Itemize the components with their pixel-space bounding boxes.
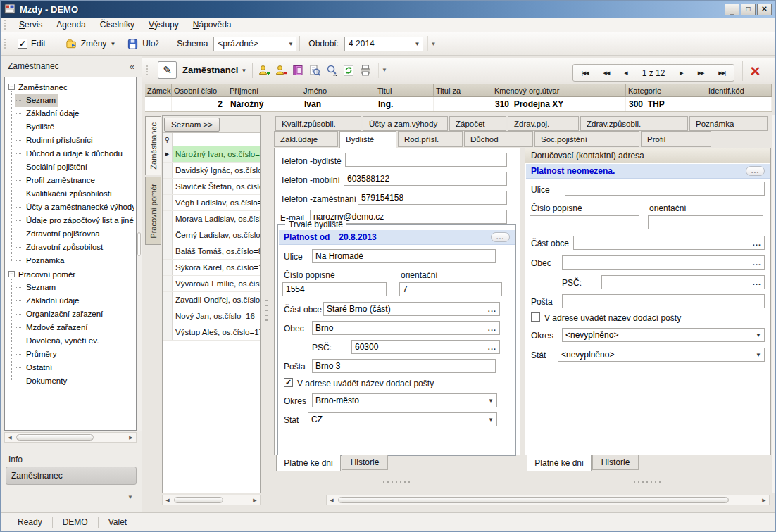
phone-mobile-field[interactable]: [344, 172, 507, 186]
tree-item[interactable]: Dokumenty: [15, 374, 134, 388]
list-horizontal-scrollbar[interactable]: ◀ ▶: [162, 495, 261, 505]
detail-tab[interactable]: Zdrav.způsobil.: [580, 116, 688, 131]
employee-row[interactable]: Végh Ladislav, os.číslo=5: [163, 195, 260, 211]
close-view-button[interactable]: ✕: [742, 61, 768, 81]
zip-lookup[interactable]: ...: [601, 275, 765, 289]
tab-valid-to-date[interactable]: Platné ke dni: [276, 455, 341, 471]
phone-home-field[interactable]: [345, 153, 507, 167]
vertical-tab-employment[interactable]: Pracovní poměr: [145, 177, 161, 245]
edit-checkbox[interactable]: ✓: [18, 39, 27, 49]
grid-cell[interactable]: 300 THP: [626, 97, 706, 111]
region-dropdown[interactable]: <nevyplněno> ▼: [562, 328, 765, 342]
menu-item[interactable]: Číselníky: [93, 18, 142, 32]
grid-column-header[interactable]: Kmenový org.útvar: [492, 84, 626, 96]
tree-item[interactable]: Ostatní: [15, 361, 134, 374]
lookup-ellipsis-icon[interactable]: ...: [488, 307, 496, 311]
collapse-box-icon[interactable]: −: [8, 84, 15, 90]
orientation-number-field[interactable]: [399, 282, 502, 296]
region-dropdown[interactable]: Brno-město ▼: [312, 393, 497, 407]
toolbar-grip[interactable]: [4, 20, 6, 30]
scrollbar-thumb[interactable]: [16, 434, 94, 441]
tree-item[interactable]: Kvalifikační způsobilosti: [15, 187, 134, 201]
changes-button[interactable]: Změny ▼: [60, 38, 122, 50]
lookup-ellipsis-icon[interactable]: ...: [488, 326, 496, 330]
tree-item[interactable]: Seznam: [15, 281, 134, 294]
grid-cell[interactable]: 2: [172, 97, 227, 111]
detail-tab[interactable]: Důchod: [464, 131, 533, 147]
tree-item[interactable]: Údaje pro zápočtový list a jiné: [15, 214, 134, 227]
tree-item[interactable]: Dovolená, vynětí ev.: [15, 334, 134, 348]
grid-cell[interactable]: 310 Prodejna XY: [492, 97, 626, 111]
employee-row[interactable]: Nový Jan, os.číslo=16: [163, 308, 260, 324]
house-number-field[interactable]: [282, 282, 387, 296]
tree-item[interactable]: Průměry: [15, 348, 134, 361]
detail-tab[interactable]: Profil: [641, 131, 711, 147]
country-dropdown[interactable]: <nevyplněno> ▼: [558, 348, 765, 362]
grid-cell[interactable]: Ivan: [301, 97, 375, 111]
nav-next-button[interactable]: ▶: [680, 70, 682, 76]
street-field[interactable]: [565, 182, 765, 196]
scrollbar-thumb[interactable]: [174, 497, 223, 503]
toolbar-overflow-button[interactable]: ▼: [427, 36, 439, 51]
form-horizontal-scrollbar[interactable]: ◀ ▶: [326, 495, 770, 505]
detail-tab[interactable]: Zákl.údaje: [274, 131, 338, 147]
scrollbar-thumb[interactable]: [338, 497, 729, 503]
tree-root-employee[interactable]: − Zaměstnanec: [6, 80, 134, 94]
lookup-ellipsis-icon[interactable]: ...: [753, 260, 761, 265]
menu-item[interactable]: Agenda: [49, 18, 92, 32]
detail-tab[interactable]: Zápočet: [449, 116, 506, 131]
splitter-handle[interactable]: [383, 481, 411, 483]
toolbar-grip[interactable]: [146, 65, 148, 75]
edit-record-button[interactable]: ✎: [158, 61, 177, 79]
district-lookup[interactable]: ...: [573, 236, 765, 250]
detail-tab[interactable]: Soc.pojištění: [534, 131, 639, 147]
tree-item[interactable]: Základní údaje: [15, 107, 134, 120]
delivery-name-checkbox[interactable]: ✓: [284, 378, 293, 387]
tree-item[interactable]: Organizační zařazení: [15, 308, 134, 321]
tree-item[interactable]: Zdravotní způsobilost: [15, 241, 134, 254]
tree-item[interactable]: Sociální pojištění: [15, 160, 134, 174]
grid-column-header[interactable]: Titul: [375, 84, 434, 96]
nav-prev-page-button[interactable]: ◀◀: [603, 70, 610, 76]
detail-tab[interactable]: Bydliště: [339, 131, 396, 148]
scrollbar-thumb[interactable]: [137, 232, 141, 256]
tree-vertical-scrollbar[interactable]: [137, 77, 142, 431]
nav-last-button[interactable]: ▶▶|: [718, 70, 725, 76]
phone-work-field[interactable]: [358, 191, 507, 205]
validity-ellipsis-button[interactable]: ...: [491, 232, 510, 242]
post-field[interactable]: [312, 359, 496, 373]
lookup-ellipsis-icon[interactable]: ...: [753, 241, 761, 245]
entity-menu[interactable]: Zaměstnanci: [182, 65, 238, 75]
nav-next-page-button[interactable]: ▶▶: [698, 70, 704, 76]
tree-item[interactable]: Poznámka: [15, 254, 134, 267]
employee-row[interactable]: Baláš Tomáš, os.číslo=8: [163, 243, 260, 260]
employee-row[interactable]: Zavadil Ondřej, os.číslo=1: [163, 292, 260, 308]
scroll-left-icon[interactable]: ◀: [5, 435, 15, 441]
employee-row[interactable]: Davidský Ignác, os.číslo=3: [163, 163, 260, 179]
tree-horizontal-scrollbar[interactable]: ◀ ▶: [4, 432, 137, 443]
grid-column-header[interactable]: Příjmení: [227, 84, 301, 96]
menu-item[interactable]: Nápověda: [186, 18, 239, 32]
district-lookup[interactable]: Staré Brno (část) ...: [323, 302, 500, 316]
employee-row[interactable]: Slavíček Štefan, os.číslo=4: [163, 179, 260, 195]
employee-row[interactable]: Černý Ladislav, os.číslo=7: [163, 227, 260, 243]
grid-column-header[interactable]: Titul za: [434, 84, 492, 96]
detail-tab[interactable]: Rod.přísl.: [398, 131, 463, 147]
print-button[interactable]: [357, 62, 374, 79]
scroll-left-icon[interactable]: ◀: [327, 498, 337, 503]
detail-tab[interactable]: Zdrav.poj.: [508, 116, 579, 131]
detail-tab[interactable]: Kvalif.způsobil.: [275, 116, 361, 131]
search-button[interactable]: [323, 62, 340, 79]
delivery-name-checkbox[interactable]: [531, 312, 540, 322]
tree-item[interactable]: Profil zaměstnance: [15, 174, 134, 187]
schema-combobox[interactable]: <prázdné> ▼: [213, 37, 296, 51]
tree-root-employment[interactable]: − Pracovní poměr: [6, 267, 134, 281]
maximize-button[interactable]: □: [741, 4, 756, 15]
list-expand-button[interactable]: Seznam >>: [164, 118, 220, 132]
tree-item[interactable]: Rodinní příslušníci: [15, 134, 134, 147]
scroll-right-icon[interactable]: ▶: [126, 435, 136, 441]
employee-row[interactable]: Nárožný Ivan, os.číslo=2: [163, 146, 260, 163]
menu-item[interactable]: Výstupy: [142, 18, 186, 32]
nav-first-button[interactable]: |◀◀: [582, 70, 589, 76]
grid-column-header[interactable]: Identif.kód: [706, 84, 772, 96]
